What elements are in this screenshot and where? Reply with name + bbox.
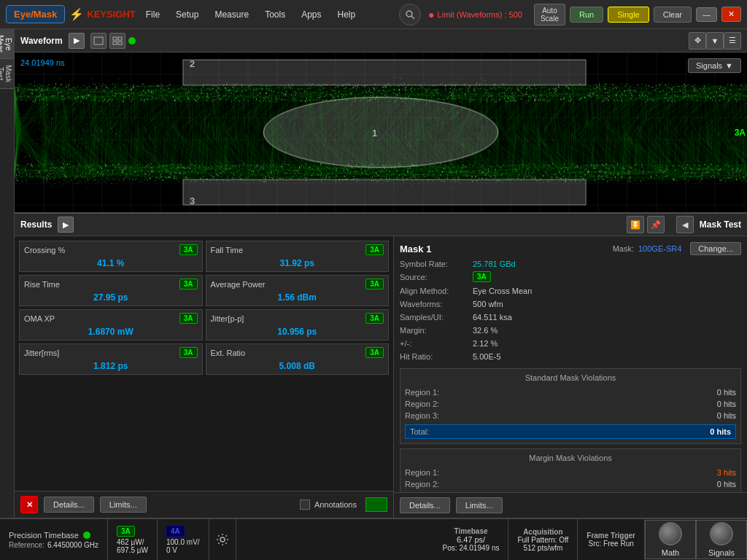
- clear-button[interactable]: Clear: [654, 7, 692, 23]
- trigger-src: Src: Free Run: [587, 540, 635, 548]
- voltage-4a-header: 4A: [166, 526, 200, 537]
- annotations-checkbox[interactable]: [300, 499, 310, 510]
- meas-jitter-pp-badge: 3A: [365, 313, 384, 324]
- signals-status-button[interactable]: Signals: [696, 520, 747, 559]
- menu-apps[interactable]: Apps: [295, 7, 327, 23]
- results-body: Crossing % 3A 41.1 % Fall Time 3A: [15, 236, 747, 518]
- source-row: Source: 3A: [400, 271, 565, 282]
- std-total-value: 0 hits: [710, 427, 731, 436]
- std-total-label: Total:: [410, 427, 429, 436]
- svg-line-1: [411, 16, 414, 19]
- menu-file[interactable]: File: [140, 7, 166, 23]
- symbol-rate-label: Symbol Rate:: [400, 260, 473, 268]
- results-pin-button[interactable]: 📌: [647, 216, 665, 233]
- single-button[interactable]: Single: [608, 7, 649, 23]
- main-layout: EyeMeas MaskTest Waveform ▶ ✥ ▼ ☰ 24.019…: [0, 29, 747, 518]
- mar-region2-value: 0 hits: [717, 480, 736, 489]
- vendor-logo: ⚡ KEYSIGHT: [69, 7, 135, 21]
- top-bar: Eye/Mask ⚡ KEYSIGHT File Setup Measure T…: [0, 0, 747, 29]
- menu-help[interactable]: Help: [332, 7, 362, 23]
- expand-icon[interactable]: ▼: [706, 32, 724, 50]
- waveform-title: Waveform: [20, 36, 63, 46]
- badge-4a-status: 4A: [166, 526, 185, 537]
- symbol-rate-row: Symbol Rate: 25.781 GBd: [400, 260, 741, 268]
- waveform-header: Waveform ▶ ✥ ▼ ☰: [15, 29, 747, 52]
- pts-wfm-value: 512 pts/wfm: [517, 544, 568, 552]
- mask-details-button[interactable]: Details...: [400, 497, 450, 513]
- power-3a-section: 3A 462 µW/ 697.5 µW: [108, 519, 158, 560]
- meas-avg-power: Average Power 3A 1.56 dBm: [206, 275, 390, 306]
- fullpattern-value: Full Pattern: Off: [517, 536, 568, 544]
- region-2-label: 2: [190, 58, 195, 69]
- app-logo[interactable]: Eye/Mask: [6, 5, 65, 23]
- menu-setup[interactable]: Setup: [170, 7, 204, 23]
- results-details-button[interactable]: Details...: [44, 497, 94, 513]
- samples-value: 64.511 ksa: [473, 313, 512, 322]
- mask-test-back-button[interactable]: ◀: [676, 216, 694, 233]
- math-button[interactable]: Math: [645, 520, 696, 559]
- meas-jitter-rms-name: Jitter[rms]: [24, 349, 59, 357]
- minimize-button[interactable]: —: [696, 7, 717, 22]
- precision-timebase-label: Precision Timebase: [9, 531, 79, 540]
- annotations-checkbox-label[interactable]: Annotations: [300, 499, 357, 510]
- source-badge: 3A: [473, 271, 491, 282]
- region-3-label: 3: [190, 195, 195, 206]
- meas-jitter-rms: Jitter[rms] 3A 1.812 ps: [19, 343, 203, 375]
- annotations-color-button[interactable]: [365, 497, 387, 512]
- meas-crossing-badge: 3A: [179, 244, 198, 255]
- meas-rise-name: Rise Time: [24, 280, 60, 289]
- meas-rise-header: Rise Time 3A: [24, 279, 198, 289]
- signals-label: Signals: [708, 548, 735, 557]
- menu-measure[interactable]: Measure: [209, 7, 255, 23]
- reference-value: 6.4450000 GHz: [47, 541, 98, 549]
- run-button[interactable]: Run: [570, 7, 603, 23]
- move-icon[interactable]: ✥: [689, 32, 706, 50]
- signals-dropdown-button[interactable]: Signals ▼: [688, 58, 741, 73]
- view-grid-button[interactable]: [109, 33, 125, 49]
- sidebar-tab-eye-meas[interactable]: EyeMeas: [0, 29, 14, 59]
- search-icon[interactable]: [399, 4, 421, 26]
- mask-test-header-right: ◀ Mask Test: [676, 216, 741, 233]
- std-total-row: Total: 0 hits: [405, 424, 736, 439]
- results-clear-button[interactable]: ✕: [20, 496, 38, 513]
- settings-section[interactable]: [209, 519, 236, 560]
- close-button[interactable]: ✕: [721, 7, 741, 22]
- results-expand-button[interactable]: ⏬: [627, 216, 644, 233]
- mask-change-button[interactable]: Change...: [690, 242, 741, 255]
- three-a-waveform-badge: 3A: [735, 128, 746, 138]
- mask-test-panel: Mask 1 Mask: 100GE-SR4 Change... Symbol …: [394, 236, 747, 518]
- acq-label: Acquisition: [517, 528, 568, 536]
- mask-limits-button[interactable]: Limits...: [456, 497, 503, 513]
- svg-rect-4: [118, 37, 122, 40]
- svg-rect-5: [113, 42, 117, 44]
- samples-row: Samples/UI: 64.511 ksa: [400, 313, 565, 322]
- waveforms-row: Waveforms: 500 wfm: [400, 300, 565, 308]
- menu-tools[interactable]: Tools: [259, 7, 291, 23]
- mar-region1-row: Region 1: 3 hits: [405, 467, 736, 478]
- waveform-play-button[interactable]: ▶: [69, 33, 85, 49]
- results-section: Results ▶ ⏬ 📌 ◀ Mask Test: [15, 213, 747, 518]
- std-region2-label: Region 2:: [405, 400, 439, 408]
- sidebar-tab-mask-test[interactable]: MaskTest: [0, 59, 14, 89]
- precision-timebase-values: Reference: 6.4450000 GHz: [9, 541, 98, 549]
- meas-oma-name: OMA XP: [24, 314, 55, 323]
- auto-scale-button[interactable]: AutoScale: [534, 4, 565, 26]
- results-play-button[interactable]: ▶: [58, 217, 74, 233]
- region-1-label: 1: [372, 127, 377, 138]
- meas-crossing-value: 41.1 %: [24, 258, 198, 268]
- results-limits-button[interactable]: Limits...: [100, 497, 147, 513]
- menu-icon[interactable]: ☰: [724, 32, 741, 50]
- status-bar: Precision Timebase Reference: 6.4450000 …: [0, 518, 747, 560]
- meas-rise-value: 27.95 ps: [24, 292, 198, 303]
- annotations-label: Annotations: [314, 500, 357, 509]
- voltage-4a-value1: 100.0 mV/: [166, 538, 200, 546]
- precision-timebase-dot: [83, 532, 90, 539]
- precision-timebase-section: Precision Timebase Reference: 6.4450000 …: [0, 519, 108, 560]
- results-title: Results: [20, 219, 52, 230]
- reference-label: Reference:: [9, 541, 44, 549]
- meas-ext-ratio-badge: 3A: [365, 347, 384, 358]
- math-label: Math: [662, 548, 679, 557]
- view-single-button[interactable]: [90, 33, 107, 49]
- limit-text: Limit (Waveforms) : 500: [438, 10, 522, 19]
- mask-label: Mask:: [613, 244, 634, 253]
